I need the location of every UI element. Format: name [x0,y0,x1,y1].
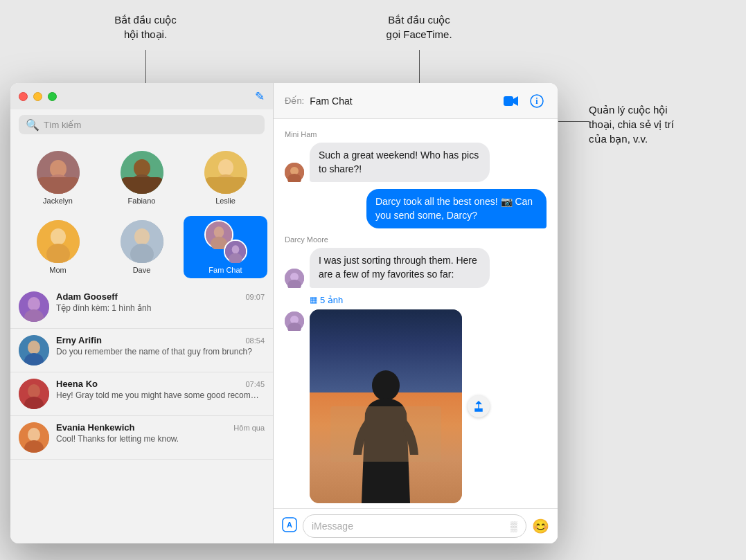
pinned-name-famchat: Fam Chat [208,266,242,274]
svg-point-13 [51,228,66,245]
avatar-famchat [204,220,247,263]
conv-avatar-evania [19,422,49,453]
conv-content-erny: Erny Arifin 08:54 Do you remember the na… [56,335,265,356]
annotation-line-right [558,121,589,122]
msg-row-darcy: I was just sorting through them. Here ar… [285,248,547,287]
compose-button[interactable]: ✎ [255,89,265,104]
conv-item-evania[interactable]: Evania Henkewich Hôm qua Cool! Thanks fo… [10,416,273,460]
conv-name-heena: Heena Ko [56,379,98,389]
pinned-name-mom: Mom [49,266,66,274]
annotation-line-left [145,50,146,84]
search-bar[interactable]: 🔍 Tìm kiếm [19,115,265,134]
avatar-jackelyn [37,151,80,194]
conv-name-evania: Evania Henkewich [56,422,134,433]
maximize-button[interactable] [48,92,57,101]
close-button[interactable] [19,92,28,101]
svg-point-34 [28,428,40,442]
appstore-button[interactable]: A [282,517,297,536]
avatar-darcy [285,269,304,288]
chat-input-area: A iMessage ▒ 😊 [274,508,558,543]
avatar-darcy-photos [285,311,304,331]
svg-rect-36 [504,96,513,106]
search-icon: 🔍 [26,118,39,132]
conv-time-evania: Hôm qua [233,424,265,432]
svg-point-25 [28,297,40,311]
conv-name-erny: Erny Arifin [56,335,102,345]
minimize-button[interactable] [33,92,42,101]
chat-to-label: Đến: [285,96,304,106]
conv-name-adam: Adam Gooseff [56,291,118,302]
conv-item-adam[interactable]: Adam Gooseff 09:07 Tệp đính kèm: 1 hình … [10,285,273,329]
annotation-facetime: Bắt đầu cuộc gọi FaceTime. [367,12,471,42]
svg-point-48 [372,370,400,401]
conv-item-heena[interactable]: Heena Ko 07:45 Hey! Gray told me you mig… [10,372,273,416]
sidebar: ✎ 🔍 Tìm kiếm Jackelyn Fabiano [10,83,274,543]
conv-time-heena: 07:45 [245,380,265,388]
info-button[interactable]: i [527,91,547,111]
svg-rect-3 [37,177,80,194]
msg-group-miniham: Mini Ham Such a great weekend! Who has p… [285,130,547,182]
annotation-manage: Quản lý cuộc hội thoại, chia sẻ vị trí c… [589,102,727,146]
conv-preview-adam: Tệp đính kèm: 1 hình ảnh [56,303,265,313]
share-button[interactable] [468,395,490,417]
svg-point-28 [28,341,40,354]
pinned-contact-fabiano[interactable]: Fabiano [100,147,184,209]
pinned-name-leslie: Leslie [215,197,236,205]
conv-item-erny[interactable]: Erny Arifin 08:54 Do you remember the na… [10,329,273,372]
conv-avatar-heena [19,379,49,409]
pinned-name-dave: Dave [133,266,151,274]
input-placeholder: iMessage [312,521,353,532]
svg-rect-11 [204,177,247,194]
conv-avatar-adam [19,291,49,322]
conv-content-heena: Heena Ko 07:45 Hey! Gray told me you mig… [56,379,265,400]
bubble-sent: Darcy took all the best ones! 📷 Can you … [366,189,547,228]
msg-group-photos: ▦ 5 ảnh [285,295,547,503]
sender-name-miniham: Mini Ham [285,130,547,138]
conv-preview-heena: Hey! Gray told me you might have some go… [56,390,265,400]
message-input[interactable]: iMessage ▒ [303,514,526,538]
emoji-button[interactable]: 😊 [532,518,549,534]
app-window: ✎ 🔍 Tìm kiếm Jackelyn Fabiano [10,83,558,543]
msg-group-sent: Darcy took all the best ones! 📷 Can you … [285,189,547,228]
svg-point-16 [134,228,150,245]
conv-time-adam: 09:07 [245,293,265,301]
photo-group: ▦ 5 ảnh [310,295,462,503]
svg-rect-7 [121,177,163,194]
photo-count: ▦ 5 ảnh [310,295,462,305]
avatar-leslie [204,151,247,194]
titlebar: ✎ [10,83,273,109]
svg-text:i: i [535,96,538,106]
conv-preview-erny: Do you remember the name of that guy fro… [56,347,265,356]
facetime-button[interactable] [501,93,522,109]
avatar-miniham [285,163,304,182]
pinned-contact-mom[interactable]: Mom [16,216,100,278]
waveform-icon: ▒ [510,521,517,532]
pinned-contact-famchat[interactable]: Fam Chat [184,216,267,278]
svg-text:A: A [287,521,292,529]
avatar-dave [121,220,163,263]
grid-icon: ▦ [310,295,317,305]
msg-group-darcy: Darcy Moore I was just sorting through t… [285,235,547,287]
pinned-contact-jackelyn[interactable]: Jackelyn [16,147,100,209]
sender-name-darcy: Darcy Moore [285,235,547,244]
pinned-contacts: Jackelyn Fabiano Leslie Mo [10,140,273,285]
chat-recipient: Fam Chat [310,96,352,107]
pinned-contact-dave[interactable]: Dave [100,216,184,278]
avatar-mom [37,220,80,263]
conv-preview-evania: Cool! Thanks for letting me know. [56,434,265,444]
photo-container [310,309,462,503]
avatar-fabiano [121,151,163,194]
search-placeholder: Tìm kiếm [44,120,81,130]
bubble-miniham: Such a great weekend! Who has pics to sh… [310,143,490,182]
annotation-line-center [419,50,420,84]
pinned-name-jackelyn: Jackelyn [43,197,73,205]
chat-panel: Đến: Fam Chat i Mini Ham [274,83,558,543]
conv-avatar-erny [19,335,49,365]
bubble-darcy: I was just sorting through them. Here ar… [310,248,490,287]
svg-point-31 [28,384,40,398]
photo-preview[interactable] [310,309,462,503]
pinned-name-fabiano: Fabiano [128,197,156,205]
conv-content-adam: Adam Gooseff 09:07 Tệp đính kèm: 1 hình … [56,291,265,313]
pinned-contact-leslie[interactable]: Leslie [184,147,267,209]
msg-row-sent: Darcy took all the best ones! 📷 Can you … [285,189,547,228]
